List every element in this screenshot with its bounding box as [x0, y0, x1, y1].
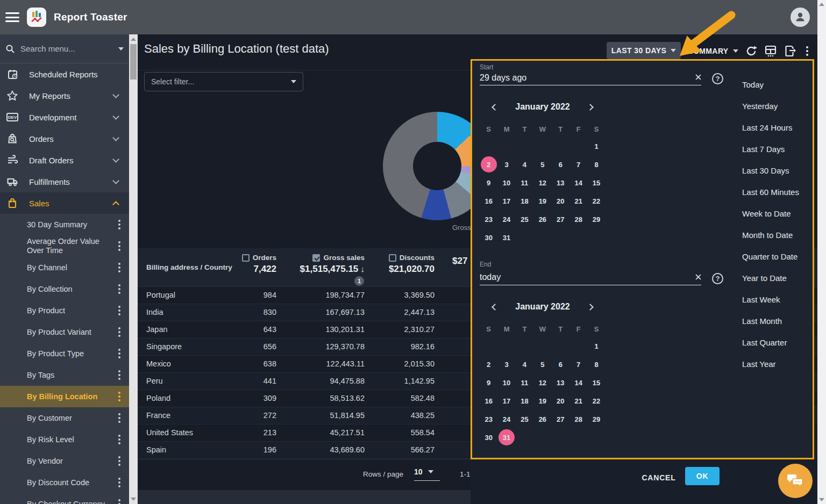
calendar-day[interactable]: 14	[569, 174, 587, 192]
calendar-day[interactable]: 13	[552, 174, 569, 192]
sidebar-scrollbar-thumb[interactable]	[130, 44, 137, 80]
calendar-day[interactable]: 12	[533, 373, 551, 392]
sidebar-item-my-reports[interactable]: My Reports	[0, 85, 129, 106]
preset-month-to-date[interactable]: Month to Date	[742, 224, 810, 246]
calendar-day[interactable]: 28	[569, 210, 587, 228]
calendar-day[interactable]: 28	[569, 410, 587, 428]
next-month-icon[interactable]	[587, 304, 594, 311]
calendar-day[interactable]: 13	[552, 373, 569, 392]
kebab-icon[interactable]	[118, 392, 120, 401]
account-avatar[interactable]	[791, 8, 810, 27]
preset-quarter-to-date[interactable]: Quarter to Date	[742, 246, 810, 267]
checkbox-checked-icon[interactable]	[312, 254, 320, 262]
table-view-button[interactable]	[764, 44, 778, 58]
checkbox-unchecked-icon[interactable]	[389, 254, 396, 262]
cancel-button[interactable]: CANCEL	[637, 469, 680, 486]
chevron-down-icon[interactable]	[112, 177, 119, 184]
calendar-day[interactable]: 8	[587, 155, 605, 174]
preset-last-month[interactable]: Last Month	[742, 310, 810, 332]
sidebar-subitem-by-product-variant[interactable]: By Product Variant	[0, 321, 129, 343]
export-button[interactable]	[783, 44, 797, 58]
preset-last-year[interactable]: Last Year	[742, 353, 810, 375]
calendar-day[interactable]: 30	[480, 228, 497, 247]
search-input[interactable]: Search menu...	[20, 44, 118, 53]
kebab-icon[interactable]	[118, 349, 120, 358]
calendar-day[interactable]: 5	[533, 355, 551, 373]
sidebar-search[interactable]: Search menu...	[0, 34, 129, 63]
sidebar-subitem-by-billing-location[interactable]: By Billing Location	[0, 386, 129, 407]
calendar-day[interactable]: 25	[516, 210, 533, 228]
clear-end-icon[interactable]: ×	[695, 272, 702, 283]
sidebar-item-orders[interactable]: Orders	[0, 128, 129, 149]
sidebar-subitem-30-day-summary[interactable]: 30 Day Summary	[0, 214, 129, 235]
calendar-day[interactable]: 5	[533, 155, 551, 174]
calendar-day[interactable]: 3	[497, 355, 515, 373]
calendar-day[interactable]: 17	[497, 392, 515, 410]
sidebar-subitem-average-order-value-over-time[interactable]: Average Order Value Over Time	[0, 235, 129, 257]
calendar-day[interactable]: 21	[569, 392, 587, 410]
calendar-day[interactable]: 18	[516, 392, 533, 410]
calendar-day[interactable]: 15	[587, 373, 605, 392]
end-date-input[interactable]: today	[480, 272, 501, 282]
sidebar-subitem-by-product[interactable]: By Product	[0, 300, 129, 321]
chevron-down-icon[interactable]	[112, 134, 119, 141]
calendar-day-selected[interactable]: 2	[480, 155, 497, 174]
kebab-icon[interactable]	[118, 456, 120, 466]
calendar-day[interactable]: 29	[587, 410, 605, 428]
calendar-day[interactable]: 11	[516, 373, 533, 392]
calendar-day[interactable]: 22	[587, 392, 605, 410]
sidebar-item-fulfillments[interactable]: Fulfillments	[0, 171, 129, 192]
calendar-day[interactable]: 6	[552, 155, 569, 174]
calendar-day[interactable]: 24	[497, 410, 515, 428]
filter-select[interactable]: Select filter...	[144, 72, 303, 91]
kebab-icon[interactable]	[118, 435, 120, 444]
calendar-day[interactable]: 10	[497, 373, 515, 392]
sidebar-subitem-by-risk-level[interactable]: By Risk Level	[0, 429, 129, 450]
calendar-day[interactable]: 19	[533, 192, 551, 210]
preset-last-24-hours[interactable]: Last 24 Hours	[742, 117, 810, 138]
calendar-day[interactable]: 4	[516, 355, 533, 373]
calendar-day[interactable]: 10	[497, 174, 515, 192]
calendar-day[interactable]: 30	[480, 428, 497, 447]
date-range-button[interactable]: LAST 30 DAYS	[607, 42, 681, 59]
calendar-day[interactable]: 18	[516, 192, 533, 210]
calendar-day[interactable]: 6	[552, 355, 569, 373]
calendar-day-selected[interactable]: 31	[497, 428, 515, 447]
chevron-down-icon[interactable]	[118, 47, 124, 51]
calendar-day[interactable]: 3	[497, 155, 515, 174]
chat-button[interactable]	[778, 464, 813, 498]
sidebar-item-scheduled-reports[interactable]: Scheduled Reports	[0, 63, 129, 85]
help-icon[interactable]: ?	[712, 273, 723, 284]
kebab-icon[interactable]	[118, 499, 120, 504]
preset-last-week[interactable]: Last Week	[742, 289, 810, 310]
calendar-day[interactable]: 7	[569, 355, 587, 373]
chevron-down-icon[interactable]	[112, 91, 119, 98]
ok-button[interactable]: OK	[685, 467, 720, 485]
kebab-icon[interactable]	[118, 478, 120, 487]
next-month-icon[interactable]	[587, 104, 594, 111]
calendar-day[interactable]: 22	[587, 192, 605, 210]
summary-view-button[interactable]: SUMMARY	[688, 44, 738, 58]
sidebar-item-sales[interactable]: Sales	[0, 192, 129, 214]
calendar-day[interactable]: 16	[480, 392, 497, 410]
scroll-down-icon[interactable]	[131, 498, 136, 501]
calendar-day[interactable]: 9	[480, 174, 497, 192]
calendar-day[interactable]: 9	[480, 373, 497, 392]
kebab-icon[interactable]	[118, 263, 120, 272]
calendar-day[interactable]: 20	[552, 192, 569, 210]
kebab-icon[interactable]	[118, 220, 120, 229]
calendar-day[interactable]: 8	[587, 355, 605, 373]
calendar-day[interactable]: 23	[480, 210, 497, 228]
calendar-day[interactable]: 11	[516, 174, 533, 192]
checkbox-unchecked-icon[interactable]	[242, 254, 250, 262]
kebab-icon[interactable]	[118, 306, 120, 315]
chevron-down-icon[interactable]	[112, 156, 119, 163]
preset-yesterday[interactable]: Yesterday	[742, 95, 810, 117]
scroll-up-icon[interactable]	[819, 3, 824, 6]
calendar-day[interactable]: 24	[497, 210, 515, 228]
scroll-up-icon[interactable]	[131, 38, 136, 41]
sidebar-subitem-by-collection[interactable]: By Collection	[0, 278, 129, 300]
sidebar-subitem-by-discount-code[interactable]: By Discount Code	[0, 472, 129, 493]
help-icon[interactable]: ?	[712, 73, 723, 84]
calendar-day[interactable]: 26	[533, 410, 551, 428]
